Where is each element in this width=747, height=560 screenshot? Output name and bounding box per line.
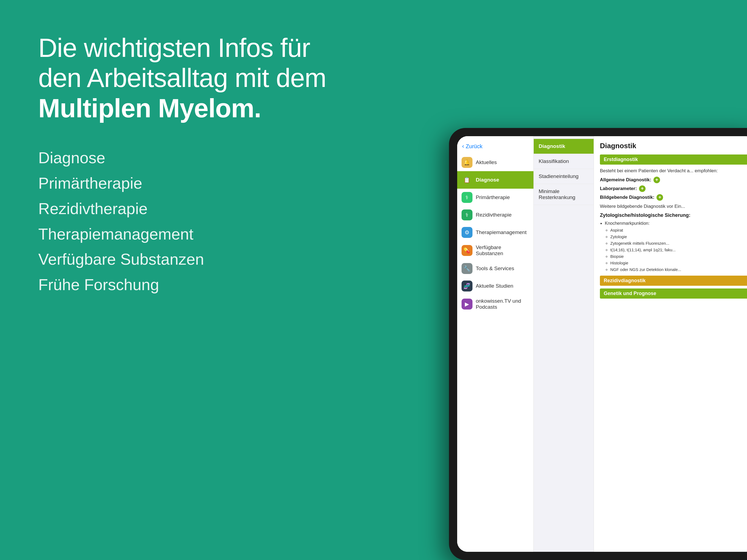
nav-item-rezidivtherapie: Rezidivtherapie <box>38 196 378 222</box>
sub-item-aspirat: Aspirat <box>610 227 747 233</box>
primartherapie-label: Primärtherapie <box>476 195 510 200</box>
rezidivtherapie-icon: ⚕ <box>462 209 472 221</box>
nav-item-primartherapie: Primärtherapie <box>38 171 378 196</box>
onkowissen-icon: ▶ <box>462 299 472 309</box>
bullet-knochenmarkpunktion: Knochenmarkpunktion: Aspirat Zytologie Z… <box>605 220 747 273</box>
allgemeine-diagnostik-row: Allgemeine Diagnostik: + <box>600 177 747 183</box>
sidebar-item-aktuelles[interactable]: 🔔 Aktuelles <box>457 154 534 171</box>
nav-item-fruehe-forschung: Frühe Forschung <box>38 272 378 298</box>
nav-item-therapiemanagement: Therapiemanagement <box>38 222 378 247</box>
rezidivdiagnostik-header: Rezidivdiagnostik <box>600 276 747 286</box>
sidebar: ‹ Zurück 🔔 Aktuelles 📋 Diagnose <box>457 136 534 552</box>
middle-item-diagnostik[interactable]: Diagnostik <box>534 139 594 154</box>
sidebar-item-studien[interactable]: 🧬 Aktuelle Studien <box>457 277 534 295</box>
laborparameter-row: Laborparameter: + <box>600 185 747 192</box>
zytologische-title: Zytologische/histologische Sicherung: <box>600 212 747 218</box>
sub-item-histologie: Histologie <box>610 260 747 266</box>
bildgebende-diagnostik-row: Bildgebende Diagnostik: + <box>600 194 747 201</box>
knochenmarkpunktion-label: Knochenmarkpunktion: <box>605 221 650 226</box>
sub-item-zytogenetik: Zytogenetik mittels Fluoreszen... <box>610 240 747 247</box>
substanzen-label: Verfügbare Substanzen <box>476 245 529 256</box>
sidebar-item-diagnose[interactable]: 📋 Diagnose <box>457 171 534 189</box>
nav-item-substanzen: Verfügbare Substanzen <box>38 247 378 272</box>
sub-item-translocation: t(14;16), t(11;14), ampl 1q21; faku... <box>610 247 747 253</box>
further-text: Weitere bildgebende Diagnostik vor Ein..… <box>600 203 747 210</box>
content-title: Diagnostik <box>600 142 747 150</box>
genetik-header: Genetik und Prognose <box>600 288 747 299</box>
bildgebende-diagnostik-expand[interactable]: + <box>656 194 663 201</box>
onkowissen-label: onkowissen.TV und Podcasts <box>476 298 529 310</box>
sub-bullet-list: Aspirat Zytologie Zytogenetik mittels Fl… <box>605 227 747 273</box>
sidebar-item-rezidivtherapie[interactable]: ⚕ Rezidivtherapie <box>457 206 534 224</box>
studien-label: Aktuelle Studien <box>476 283 513 289</box>
middle-item-stadieneinteilung[interactable]: Stadieneinteilung <box>534 169 594 184</box>
sidebar-item-primartherapie[interactable]: ⚕ Primärtherapie <box>457 189 534 206</box>
tools-icon: 🔧 <box>462 263 472 274</box>
back-chevron-icon: ‹ <box>462 143 464 150</box>
bildgebende-diagnostik-label: Bildgebende Diagnostik: <box>600 195 654 200</box>
tablet-screen: ‹ Zurück 🔔 Aktuelles 📋 Diagnose <box>457 136 747 552</box>
diagnose-label: Diagnose <box>476 177 499 183</box>
studien-icon: 🧬 <box>462 281 472 291</box>
laborparameter-label: Laborparameter: <box>600 186 637 192</box>
left-panel: Die wichtigsten Infos für den Arbeitsall… <box>0 0 411 560</box>
therapiemanagement-label: Therapiemanagement <box>476 229 526 235</box>
tablet-wrapper: ‹ Zurück 🔔 Aktuelles 📋 Diagnose <box>449 128 747 560</box>
sidebar-item-substanzen[interactable]: 💊 Verfügbare Substanzen <box>457 241 534 260</box>
back-button[interactable]: ‹ Zurück <box>457 139 534 154</box>
middle-item-minimale-resterkrankung[interactable]: Minimale Resterkrankung <box>534 184 594 205</box>
rezidivtherapie-label: Rezidivtherapie <box>476 212 512 218</box>
nav-list: Diagnose Primärtherapie Rezidivtherapie … <box>38 145 378 298</box>
laborparameter-expand[interactable]: + <box>639 185 646 192</box>
aktuelles-icon: 🔔 <box>462 157 472 168</box>
middle-item-klassifikation[interactable]: Klassifikation <box>534 154 594 169</box>
tools-label: Tools & Services <box>476 265 514 272</box>
tablet-device: ‹ Zurück 🔔 Aktuelles 📋 Diagnose <box>449 128 747 560</box>
headline-bold: Multiplen Myelom. <box>38 93 378 123</box>
substanzen-icon: 💊 <box>462 245 472 256</box>
diagnose-icon: 📋 <box>462 175 472 185</box>
allgemeine-diagnostik-label: Allgemeine Diagnostik: <box>600 177 651 183</box>
primartherapie-icon: ⚕ <box>462 192 472 203</box>
intro-text: Besteht bei einem Patienten der Verdacht… <box>600 167 747 175</box>
sub-item-biopsie: Biopsie <box>610 253 747 260</box>
content-area: Diagnostik Erstdiagnostik Besteht bei ei… <box>594 136 747 552</box>
sidebar-item-therapiemanagement[interactable]: ⚙ Therapiemanagement <box>457 224 534 241</box>
right-panel: ‹ Zurück 🔔 Aktuelles 📋 Diagnose <box>411 0 747 560</box>
sidebar-item-onkowissen[interactable]: ▶ onkowissen.TV und Podcasts <box>457 295 534 313</box>
allgemeine-diagnostik-expand[interactable]: + <box>653 177 660 183</box>
middle-column: Diagnostik Klassifikation Stadieneinteil… <box>534 136 594 552</box>
therapiemanagement-icon: ⚙ <box>462 227 472 238</box>
main-layout: Die wichtigsten Infos für den Arbeitsall… <box>0 0 747 560</box>
sub-item-zytologie: Zytologie <box>610 233 747 240</box>
headline: Die wichtigsten Infos für den Arbeitsall… <box>38 33 378 123</box>
erstdiagnostik-header: Erstdiagnostik <box>600 154 747 164</box>
sub-item-ngf-ngs: NGF oder NGS zur Detektion klonale... <box>610 266 747 273</box>
aktuelles-label: Aktuelles <box>476 159 497 166</box>
nav-item-diagnose: Diagnose <box>38 145 378 171</box>
back-label: Zurück <box>466 143 482 150</box>
sidebar-item-tools[interactable]: 🔧 Tools & Services <box>457 260 534 277</box>
headline-line2: den Arbeitsalltag mit dem <box>38 63 326 93</box>
headline-line1: Die wichtigsten Infos für <box>38 33 310 62</box>
bullet-list: Knochenmarkpunktion: Aspirat Zytologie Z… <box>600 220 747 273</box>
app-content: ‹ Zurück 🔔 Aktuelles 📋 Diagnose <box>457 136 747 552</box>
